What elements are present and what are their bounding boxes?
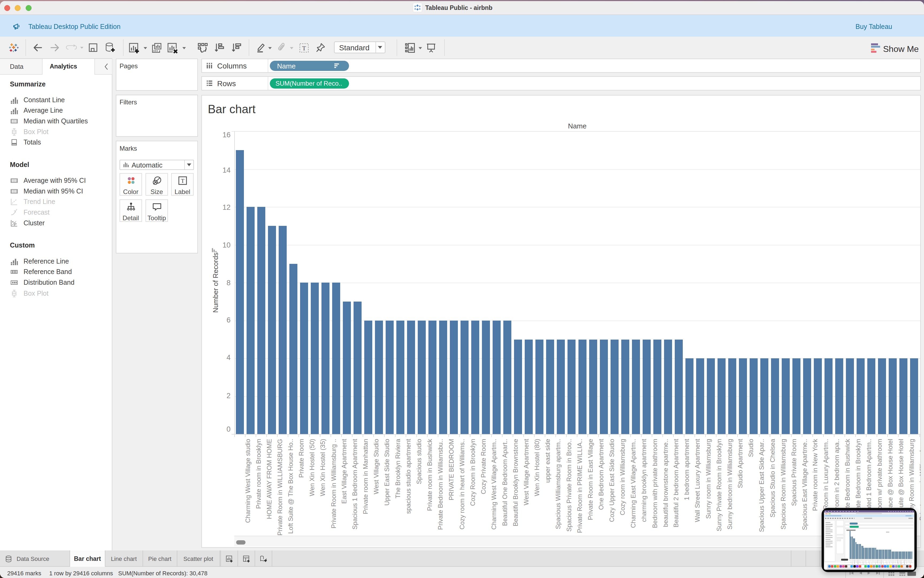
svg-text:T: T — [181, 178, 184, 184]
svg-text:T: T — [302, 45, 306, 52]
